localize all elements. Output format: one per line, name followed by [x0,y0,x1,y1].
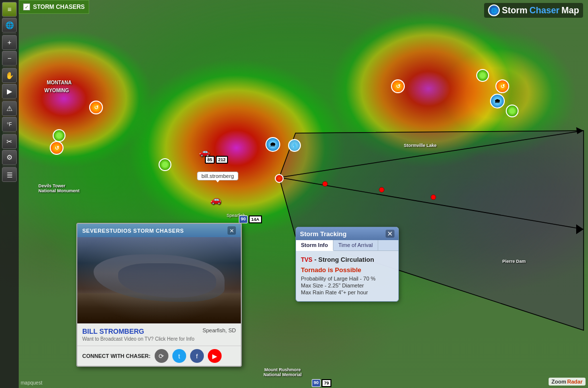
chaser-location: Spearfish, SD [202,327,236,333]
tool-zoom-in[interactable]: + [2,35,17,50]
storm-chasers-bar[interactable]: ✓ STORM CHASERS [19,0,89,14]
highway-90-14a: 90 14A [239,215,262,223]
map-label-wyoming: WYOMING [44,88,69,93]
hail-prob: Probability of Large Hail - 70 % [301,276,393,282]
severe-panel-header: SEVERESTUDIOS STORM CHASERS × [77,224,241,237]
marker-rotation-tr[interactable]: ↺ [391,79,405,93]
connect-label: CONNECT WITH CHASER: [82,353,151,359]
severe-studios-panel: SEVERESTUDIOS STORM CHASERS × BILL STROM… [76,223,242,367]
tool-separator-1 [2,34,16,34]
severe-panel-connect: CONNECT WITH CHASER: ⟳ t f ▶ [77,346,241,366]
tab-storm-info[interactable]: Storm Info [296,240,333,251]
tool-legend[interactable]: ≣ [2,167,17,182]
radar-text: Radar [567,379,583,385]
marker-green-tr[interactable] [506,105,519,117]
tool-zoom-out[interactable]: − [2,51,17,66]
storm-tracking-tabs: Storm Info Time of Arrival [296,240,398,251]
map-label-rushmore: Mount RushmoreNational Memorial [263,367,302,377]
tool-separator-4 [2,133,16,133]
mapquest-logo: mapquest [21,380,42,386]
storm-tracking-panel: Storm Tracking ✕ Storm Info Time of Arri… [295,227,399,302]
social-twitter-btn[interactable]: t [172,349,186,363]
marker-chaser-1[interactable]: ↺ [89,101,103,114]
tool-cut[interactable]: ✂ [2,134,17,149]
marker-rotation-tr2[interactable]: ↺ [495,79,509,93]
bill-tooltip-text: bill.stromberg [201,173,234,179]
tool-play[interactable]: ▶ [2,84,17,99]
tool-temp[interactable]: °F [2,117,17,132]
storm-headline: - Strong Circulation [314,256,374,263]
chaser-broadcast[interactable]: Want to Broadcast Video on TV? Click Her… [82,336,195,342]
map-label-pierre-dam: Pierre Dam [502,259,526,264]
tool-separator-2 [2,67,16,67]
zoom-text: Zoom [552,379,566,385]
storm-chasers-checkbox[interactable]: ✓ [23,3,30,10]
highway-bottom: 90 79 [312,379,331,387]
marker-rain-2[interactable]: 💧 [288,139,301,152]
tool-separator-3 [2,100,16,100]
storm-chasers-label: STORM CHASERS [33,3,85,10]
social-facebook-btn[interactable]: f [190,349,204,363]
severe-panel-close[interactable]: × [228,226,236,235]
bill-tooltip: bill.stromberg [197,172,238,180]
chaser-name-location: BILL STROMBERG Want to Broadcast Video o… [82,327,195,342]
max-size: Max Size - 2.25" Diameter [301,282,393,288]
tornado-possible: Tornado is Possible [301,266,393,274]
tab-time-arrival[interactable]: Time of Arrival [333,240,378,250]
marker-tvs[interactable] [275,174,284,183]
marker-rain-tr[interactable]: 🌧 [490,94,505,108]
social-storm-btn[interactable]: ⟳ [155,349,168,363]
tool-settings[interactable]: ⚙ [2,150,17,165]
marker-chaser-4[interactable] [159,158,171,171]
tool-warning[interactable]: ⚠ [2,101,17,116]
chaser-name: BILL STROMBERG [82,327,195,335]
tool-layers[interactable]: ≡ [2,2,17,17]
severe-panel-title: SEVERESTUDIOS STORM CHASERS [82,228,184,234]
marker-chaser-3[interactable]: ↺ [50,141,64,155]
marker-car-2[interactable]: 🚗 [210,194,221,205]
marker-chaser-tr1[interactable] [476,69,489,82]
storm-tracking-body: TVS - Strong Circulation Tornado is Poss… [296,251,398,301]
map-label-devils-tower: Devils TowerNational Monument [38,183,80,193]
tool-globe[interactable]: 🌐 [2,18,17,33]
storm-tracking-header: Storm Tracking ✕ [296,227,398,240]
tool-separator-5 [2,166,16,166]
tvs-label: TVS [301,256,312,263]
marker-rain-1[interactable]: 🌧 [265,137,280,152]
logo-icon: 🌐 [488,4,500,16]
logo-chaser-text: Chaser [529,5,559,16]
marker-chaser-2[interactable] [53,129,65,142]
logo-storm-text: Storm [502,5,527,16]
logo: 🌐 Storm Chaser Map [484,3,583,18]
storm-tracking-close[interactable]: ✕ [386,230,394,238]
zoom-radar-logo: Zoom Radar [549,378,586,386]
marker-car-1[interactable]: 🚗 [199,146,210,157]
storm-tracking-title: Storm Tracking [300,230,347,238]
toolbar: ≡ 🌐 + − ✋ ▶ ⚠ °F ✂ ⚙ ≣ [0,0,19,388]
tool-pan[interactable]: ✋ [2,68,17,83]
logo-map-text: Map [561,5,579,16]
social-youtube-btn[interactable]: ▶ [208,349,222,363]
map-label-stormville: Stormville Lake [404,143,437,148]
map-label-montana: MONTANA [47,80,71,85]
severe-panel-video[interactable] [77,237,241,323]
severe-panel-chaser-info: BILL STROMBERG Want to Broadcast Video o… [77,323,241,346]
rain-rate: Max Rain Rate 4"+ per hour [301,289,393,295]
